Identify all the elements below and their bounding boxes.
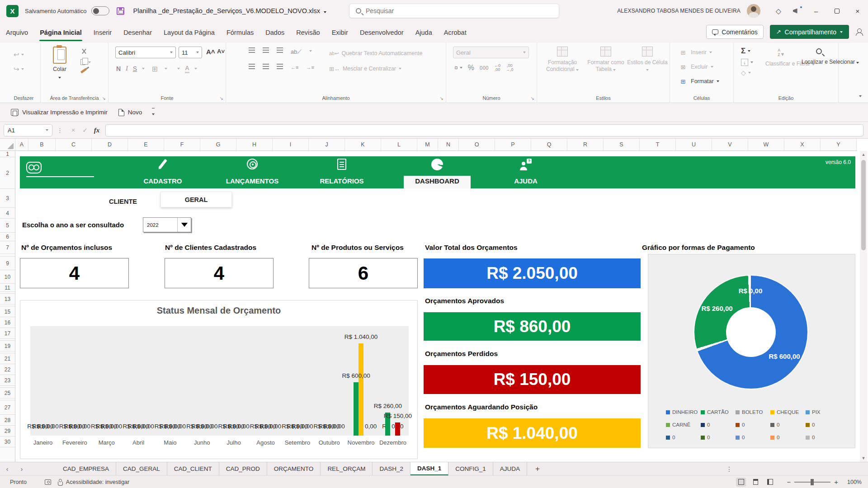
close-button[interactable]: × — [847, 0, 868, 22]
column-header-S[interactable]: S — [604, 139, 640, 150]
increase-decimal-icon[interactable]: ←0,00 — [494, 64, 500, 72]
row-header-1[interactable]: 1 — [0, 151, 15, 157]
normal-view-button[interactable] — [736, 478, 746, 487]
row-header-22[interactable]: 22 — [0, 364, 15, 375]
sheet-tab-dash_1[interactable]: DASH_1 — [410, 462, 448, 476]
column-header-M[interactable]: M — [417, 139, 438, 150]
column-header-R[interactable]: R — [567, 139, 604, 150]
row-header-2[interactable]: 2 — [0, 157, 15, 189]
comments-button[interactable]: Comentários — [706, 25, 763, 39]
paste-button[interactable]: Colar — [47, 47, 72, 80]
scroll-up-icon[interactable]: ▲ — [860, 151, 867, 158]
avatar[interactable] — [747, 4, 760, 18]
column-header-N[interactable]: N — [438, 139, 459, 150]
print-preview-button[interactable]: Visualizar Impressão e Imprimir — [11, 109, 108, 116]
zoom-thumb[interactable] — [811, 479, 814, 485]
document-title[interactable]: Planilha _de_Prestação_de_Serviços_V6.MO… — [133, 7, 326, 14]
column-header-P[interactable]: P — [495, 139, 531, 150]
align-right-icon[interactable] — [277, 64, 283, 65]
sheet-tab-orçamento[interactable]: ORÇAMENTO — [267, 462, 321, 476]
alignment-dialog-launcher-icon[interactable]: ↘ — [440, 96, 443, 101]
delete-cells-button[interactable]: ⊠Excluir — [678, 61, 713, 73]
align-center-icon[interactable] — [263, 64, 269, 65]
align-left-icon[interactable] — [249, 64, 255, 65]
font-color-icon[interactable]: A — [185, 65, 189, 73]
name-box[interactable]: A1 — [4, 124, 52, 136]
copy-button[interactable] — [80, 59, 91, 65]
search-input[interactable]: Pesquisar — [349, 4, 559, 18]
font-name-select[interactable]: Calibri — [115, 47, 176, 58]
tab-options-icon[interactable]: ⋮ — [726, 465, 732, 473]
nav-item-dashboard[interactable]: DASHBOARD — [397, 156, 477, 188]
column-header-H[interactable]: H — [236, 139, 273, 150]
nav-item-lançamentos[interactable]: LANÇAMENTOS — [212, 156, 292, 188]
underline-button[interactable]: S — [133, 65, 137, 72]
sort-filter-button[interactable]: AZ▼ Classificar e Filtrar — [765, 48, 800, 67]
cell-styles-button[interactable]: Estilos de Célula — [626, 47, 669, 73]
menu-tab-página-inicial[interactable]: Página Inicial — [34, 22, 88, 43]
share-person-icon[interactable] — [855, 28, 863, 36]
nav-item-cadastro[interactable]: CADASTRO — [123, 156, 203, 188]
row-header-5[interactable]: 5 — [0, 219, 15, 233]
column-header-X[interactable]: X — [784, 139, 821, 150]
redo-button[interactable]: ↪ — [14, 64, 24, 75]
accessibility-status[interactable]: Acessibilidade: investigar — [66, 479, 129, 485]
scroll-down-icon[interactable]: ▼ — [860, 455, 867, 462]
save-icon[interactable] — [117, 7, 124, 15]
undo-button[interactable]: ↩ — [14, 49, 24, 60]
font-dialog-launcher-icon[interactable]: ↘ — [220, 96, 223, 101]
column-header-W[interactable]: W — [748, 139, 784, 150]
borders-icon[interactable]: ⊞ — [150, 64, 160, 74]
zoom-slider[interactable]: − + — [787, 478, 838, 486]
sheet-tab-cad_geral[interactable]: CAD_GERAL — [116, 462, 167, 476]
sheet-nav-right-icon[interactable]: › — [14, 465, 29, 473]
menu-tab-ajuda[interactable]: Ajuda — [410, 22, 438, 43]
row-header-15[interactable]: 15 — [0, 306, 15, 317]
insert-function-icon[interactable]: fx — [91, 127, 103, 134]
format-cells-button[interactable]: ⊞Formatar — [678, 75, 719, 87]
find-select-button[interactable]: Localizar e Selecionar — [802, 48, 836, 66]
confirm-entry-icon[interactable]: ✓ — [79, 127, 91, 134]
format-painter-button[interactable] — [80, 70, 87, 72]
clear-button[interactable]: ◇ — [741, 69, 753, 76]
menu-tab-exibir[interactable]: Exibir — [326, 22, 354, 43]
column-header-Q[interactable]: Q — [531, 139, 567, 150]
row-header-10[interactable]: 10 — [0, 270, 15, 284]
subtab-cliente[interactable]: CLIENTE — [105, 198, 141, 205]
row-header-3[interactable]: 3 — [0, 189, 15, 208]
macro-record-icon[interactable] — [45, 479, 51, 485]
row-header-16[interactable]: 16 — [0, 317, 15, 328]
sheet-tab-config_1[interactable]: CONFIG_1 — [448, 462, 493, 476]
accounting-format-icon[interactable]: ¤ — [454, 64, 458, 71]
format-as-table-button[interactable]: Formatar como Tabela — [584, 47, 627, 73]
collapse-ribbon-icon[interactable] — [859, 91, 862, 99]
merge-center-button[interactable]: ⊞↔ Mesclar e Centralizar — [329, 63, 401, 75]
row-header-17[interactable]: 17 — [0, 328, 15, 339]
formula-input[interactable] — [105, 124, 863, 136]
premium-diamond-icon[interactable]: ◇ — [769, 0, 788, 22]
percent-style-icon[interactable]: % — [468, 64, 474, 72]
clipboard-dialog-launcher-icon[interactable]: ↘ — [102, 96, 106, 101]
sheet-nav-left-icon[interactable]: ‹ — [0, 465, 14, 473]
sheet-tab-ajuda[interactable]: AJUDA — [493, 462, 527, 476]
cancel-entry-icon[interactable]: × — [67, 127, 79, 134]
column-header-Y[interactable]: Y — [821, 139, 857, 150]
minimize-button[interactable]: – — [806, 0, 826, 22]
align-top-icon[interactable] — [249, 47, 255, 48]
select-all-corner[interactable] — [0, 139, 15, 150]
column-header-F[interactable]: F — [164, 139, 200, 150]
row-header-25[interactable]: 25 — [0, 388, 15, 399]
zoom-out-icon[interactable]: − — [787, 478, 791, 486]
column-header-D[interactable]: D — [92, 139, 128, 150]
decrease-indent-icon[interactable]: ←≡ — [291, 65, 298, 70]
fill-button[interactable]: ↓ — [741, 59, 753, 66]
row-header-4[interactable]: 4 — [0, 208, 15, 219]
row-header-29[interactable]: 29 — [0, 426, 15, 436]
row-header-19[interactable]: 19 — [0, 341, 15, 352]
menu-tab-desenvolvedor[interactable]: Desenvolvedor — [354, 22, 410, 43]
page-break-view-button[interactable] — [765, 478, 775, 487]
vertical-scrollbar[interactable]: ▲ ▼ — [860, 151, 867, 462]
share-button[interactable]: ↗ Compartilhamento — [770, 25, 849, 39]
whats-new-megaphone-icon[interactable] — [788, 0, 806, 22]
decrease-decimal-icon[interactable]: ,00→,0 — [506, 64, 514, 72]
